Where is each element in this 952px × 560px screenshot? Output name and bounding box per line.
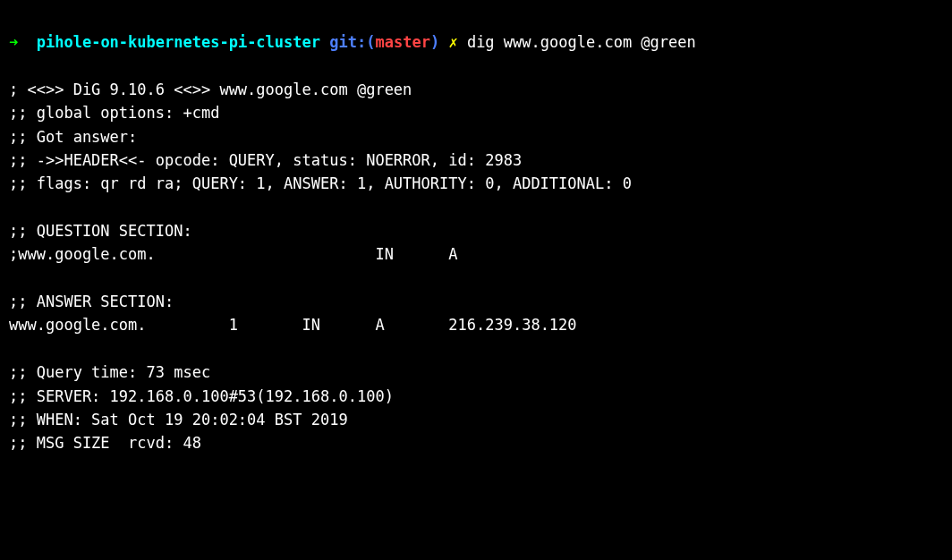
output-line: ;; flags: qr rd ra; QUERY: 1, ANSWER: 1,… — [9, 174, 632, 192]
output-line: ;; ->>HEADER<<- opcode: QUERY, status: N… — [9, 151, 522, 169]
prompt-git-paren-close: ) — [430, 33, 439, 51]
output-line: ;; MSG SIZE rcvd: 48 — [9, 434, 201, 452]
prompt-dirty-icon: ✗ — [448, 33, 457, 51]
output-line: ;; global options: +cmd — [9, 104, 219, 122]
output-line: ; <<>> DiG 9.10.6 <<>> www.google.com @g… — [9, 81, 412, 98]
command-input[interactable]: dig www.google.com @green — [467, 33, 696, 51]
prompt-line: ➜ pihole-on-kubernetes-pi-cluster git:(m… — [9, 33, 696, 51]
prompt-arrow-icon: ➜ — [9, 33, 18, 51]
output-line: ;; QUESTION SECTION: — [9, 222, 192, 240]
output-line: ;; Query time: 73 msec — [9, 363, 210, 381]
output-line: www.google.com. 1 IN A 216.239.38.120 — [9, 316, 577, 334]
prompt-directory: pihole-on-kubernetes-pi-cluster — [37, 33, 320, 51]
output-line: ;; WHEN: Sat Oct 19 20:02:04 BST 2019 — [9, 411, 348, 428]
output-line: ;; ANSWER SECTION: — [9, 293, 174, 310]
prompt-git-label: git: — [329, 33, 366, 51]
output-line: ;; SERVER: 192.168.0.100#53(192.168.0.10… — [9, 387, 394, 405]
prompt-git-paren-open: ( — [366, 33, 375, 51]
prompt-git-branch: master — [375, 33, 429, 51]
output-line: ;www.google.com. IN A — [9, 245, 458, 263]
output-line: ;; Got answer: — [9, 128, 137, 146]
terminal-window[interactable]: ➜ pihole-on-kubernetes-pi-cluster git:(m… — [9, 7, 943, 455]
